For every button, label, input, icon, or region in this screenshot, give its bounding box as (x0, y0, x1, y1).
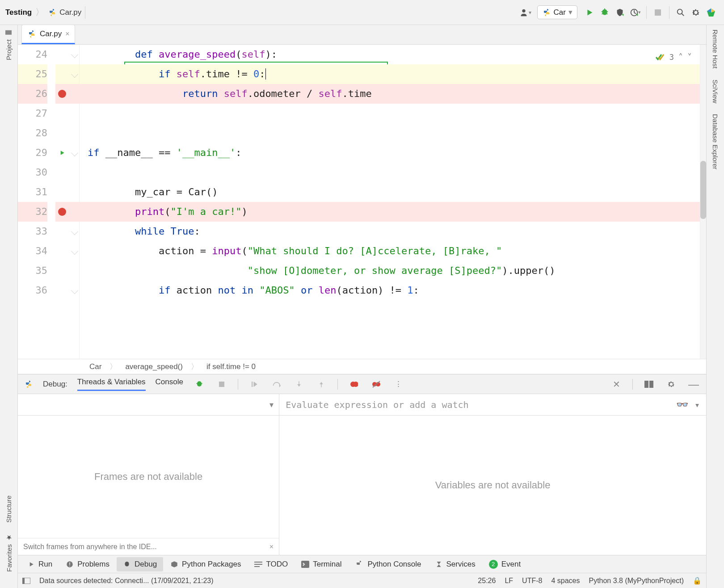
glasses-icon[interactable]: 👓 (676, 399, 688, 410)
editor-tab-car[interactable]: Car.py × (21, 25, 75, 44)
tool-windows-icon[interactable] (22, 578, 30, 584)
stop-button (650, 5, 665, 20)
sidebar-remote-host[interactable]: Remote Host (711, 29, 719, 69)
coverage-button[interactable] (612, 5, 627, 20)
tool-python-console[interactable]: Python Console (349, 557, 427, 571)
watch-input[interactable]: Evaluate expression or add a watch (286, 399, 468, 410)
bottom-tool-buttons: Run Problems Debug Python Packages TODO … (18, 555, 706, 573)
scrollbar[interactable] (700, 45, 706, 359)
gear-icon[interactable] (688, 5, 703, 20)
python-file-icon (27, 29, 36, 38)
sidebar-favorites[interactable]: Favorites ★ (5, 533, 13, 572)
gutter-line-numbers: 24252627282930313233343536 (18, 45, 55, 359)
run-gutter-icon[interactable] (59, 149, 66, 156)
star-icon: ★ (5, 533, 13, 542)
frames-header[interactable]: ▾ (18, 394, 279, 416)
code-editor[interactable]: 24252627282930313233343536 3 ˄ ˅ def ave… (18, 45, 706, 359)
svg-rect-1 (655, 9, 661, 16)
svg-point-2 (678, 9, 682, 14)
svg-rect-12 (649, 381, 653, 388)
chevron-down-icon: ▾ (568, 8, 572, 17)
tool-problems[interactable]: Problems (59, 557, 116, 571)
breadcrumb-sep: 〉 (35, 6, 44, 18)
sidebar-project[interactable]: Project (5, 29, 13, 60)
rerun-icon[interactable] (193, 378, 206, 391)
close-panel-icon[interactable]: ✕ (610, 378, 623, 391)
vars-placeholder: Variables are not available (279, 416, 706, 555)
close-icon[interactable]: × (269, 543, 274, 551)
stop-icon (215, 378, 228, 391)
gutter-folding[interactable] (69, 45, 80, 359)
frames-placeholder: Frames are not available (18, 416, 279, 538)
tool-todo[interactable]: TODO (248, 557, 294, 571)
editor-tabs: Car.py × (18, 25, 706, 45)
svg-rect-16 (254, 562, 262, 563)
folder-icon (5, 29, 13, 37)
svg-rect-15 (69, 566, 70, 567)
top-toolbar: Testing 〉 Car.py ▾ Car ▾ ▾ (0, 0, 724, 25)
tool-services[interactable]: Services (429, 557, 482, 571)
mute-breakpoints-icon[interactable] (370, 378, 383, 391)
gear-icon[interactable] (665, 378, 678, 391)
editor-breadcrumbs[interactable]: Car〉 average_speed()〉 if self.time != 0 (18, 359, 706, 374)
tool-debug[interactable]: Debug (117, 557, 163, 571)
layout-icon[interactable] (643, 378, 655, 391)
svg-rect-5 (252, 382, 253, 387)
step-into-icon (293, 378, 305, 391)
tab-console[interactable]: Console (156, 378, 183, 391)
svg-rect-18 (254, 566, 260, 567)
debug-button[interactable] (597, 5, 612, 20)
debug-title: Debug: (43, 380, 67, 389)
view-breakpoints-icon[interactable] (348, 378, 360, 391)
chevron-down-icon[interactable]: ▾ (269, 400, 274, 410)
python-icon (24, 380, 33, 389)
svg-rect-19 (301, 561, 309, 568)
python-icon (542, 8, 551, 17)
breakpoint-icon[interactable] (58, 208, 66, 216)
status-lock-icon[interactable]: 🔒 (693, 576, 702, 585)
profile-button[interactable]: ▾ (627, 5, 643, 20)
tool-run[interactable]: Run (21, 557, 59, 571)
status-bar: Data sources detected: Connecti... (17/0… (18, 573, 706, 588)
status-indent[interactable]: 4 spaces (551, 577, 580, 585)
right-tool-strip: Remote Host SciView Database Explorer (706, 25, 724, 588)
chevron-down-icon[interactable]: ▾ (695, 399, 700, 410)
python-file-icon (48, 8, 57, 17)
search-icon[interactable] (673, 5, 688, 20)
tool-python-packages[interactable]: Python Packages (164, 557, 247, 571)
user-icon[interactable]: ▾ (518, 5, 533, 20)
resume-icon (248, 378, 261, 391)
status-message[interactable]: Data sources detected: Connecti... (17/0… (39, 577, 214, 585)
jetbrains-icon[interactable] (703, 5, 719, 20)
svg-rect-17 (254, 564, 262, 565)
status-position[interactable]: 25:26 (478, 577, 496, 585)
tab-threads-variables[interactable]: Threads & Variables (77, 378, 146, 391)
breakpoint-icon[interactable] (58, 90, 66, 98)
run-button[interactable] (582, 5, 597, 20)
svg-rect-11 (644, 381, 648, 388)
breadcrumb-file[interactable]: Car.py (48, 8, 81, 17)
status-interpreter[interactable]: Python 3.8 (MyPythonProject) (589, 577, 684, 585)
step-over-icon (270, 378, 283, 391)
close-icon[interactable]: × (65, 30, 69, 38)
svg-rect-14 (69, 562, 70, 565)
minimize-icon[interactable]: — (687, 378, 700, 391)
status-line-sep[interactable]: LF (505, 577, 513, 585)
svg-rect-21 (22, 578, 25, 584)
sidebar-sciview[interactable]: SciView (711, 80, 719, 103)
code-area[interactable]: 3 ˄ ˅ def average_speed(self): if self.t… (80, 45, 700, 359)
breadcrumb-project[interactable]: Testing (5, 8, 32, 17)
svg-rect-4 (219, 382, 224, 387)
run-config-selector[interactable]: Car ▾ (537, 5, 577, 19)
tool-terminal[interactable]: Terminal (295, 557, 348, 571)
svg-rect-3 (6, 30, 12, 35)
tool-event-log[interactable]: 2Event (483, 557, 527, 571)
tip-text: Switch frames from anywhere in the IDE..… (23, 543, 269, 551)
gutter-breakpoints[interactable] (55, 45, 69, 359)
event-badge: 2 (489, 560, 498, 569)
sidebar-structure[interactable]: Structure (5, 496, 13, 523)
more-icon[interactable]: ⋮ (392, 378, 405, 391)
sidebar-database[interactable]: Database Explorer (711, 114, 719, 169)
status-encoding[interactable]: UTF-8 (522, 577, 542, 585)
left-tool-strip: Project Structure Favorites ★ (0, 25, 18, 588)
